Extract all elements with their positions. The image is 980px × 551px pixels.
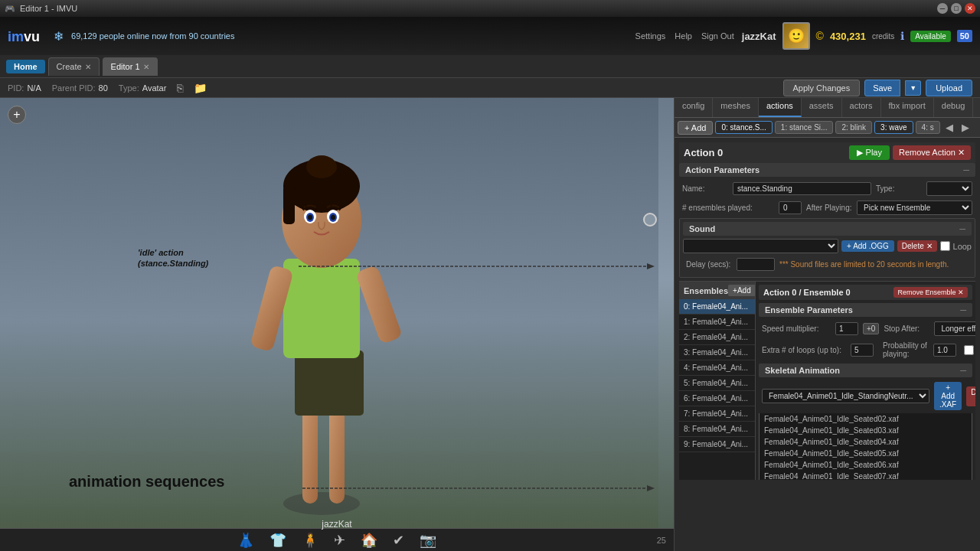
action-tab-1[interactable]: 1: stance Si... [775, 121, 834, 134]
signout-link[interactable]: Sign Out [701, 31, 734, 41]
sound-collapse[interactable]: ─ [959, 224, 965, 233]
action-tab-0[interactable]: 0: stance.S... [715, 121, 772, 134]
home-icon[interactable]: 🏠 [361, 532, 377, 549]
pose-icon[interactable]: ✈ [334, 532, 345, 549]
avatar-scene [0, 98, 658, 542]
apply-changes-button[interactable]: Apply Changes [783, 80, 861, 96]
action-prev-button[interactable]: ◀ [942, 120, 956, 135]
ensemble-item[interactable]: 5: Female04_Ani... [679, 376, 755, 391]
loop-checkbox[interactable] [940, 241, 950, 251]
dropdown-item[interactable]: Female04_Anime01_Idle_Seated03.xaf [760, 425, 972, 436]
delete-xaf-button[interactable]: Delete ✕ [966, 386, 975, 406]
dropdown-item[interactable]: Female04_Anime01_Idle_Seated05.xaf [760, 448, 972, 459]
info-bar: PID: N/A Parent PID: 80 Type: Avatar ⎘ 📁… [0, 78, 980, 98]
ensemble-item[interactable]: 7: Female04_Ani... [679, 406, 755, 422]
remove-action-button[interactable]: Remove Action ✕ [893, 145, 971, 160]
action-tab-2[interactable]: 2: blink [835, 121, 872, 134]
editor-tab[interactable]: Editor 1 ✕ [103, 57, 158, 76]
tab-meshes[interactable]: meshes [713, 98, 759, 117]
ensemble-collapse[interactable]: ─ [960, 305, 966, 315]
shirt-icon[interactable]: 👕 [270, 532, 286, 549]
settings-link[interactable]: Settings [635, 31, 666, 41]
tab-assets[interactable]: assets [802, 98, 842, 117]
speed-minus-button[interactable]: +0 [863, 323, 879, 334]
loop-check[interactable]: Loop [940, 241, 972, 251]
dropdown-item[interactable]: Female04_Anime01_Idle_Seated02.xaf [760, 413, 972, 425]
sound-select[interactable] [683, 239, 838, 253]
add-ensemble-button[interactable]: +Add [728, 285, 756, 296]
delay-label: Delay (secs): [686, 260, 732, 269]
speed-input[interactable] [835, 322, 858, 335]
create-tab-close[interactable]: ✕ [85, 63, 91, 71]
tab-fbximport[interactable]: fbx import [881, 98, 934, 117]
dropdown-item[interactable]: Female04_Anime01_Idle_Seated07.xaf [760, 471, 972, 480]
upload-button[interactable]: Upload [926, 80, 972, 96]
save-dropdown-button[interactable]: ▼ [905, 80, 921, 96]
delay-input[interactable] [737, 258, 775, 271]
ensemble-item[interactable]: 1: Female04_Ani... [679, 315, 755, 330]
folder-icon[interactable]: 📁 [194, 82, 207, 94]
action-params-collapse[interactable]: ─ [963, 165, 969, 174]
figure-icon[interactable]: 🧍 [302, 532, 318, 549]
add-button-float[interactable]: + [8, 106, 26, 124]
loops-input[interactable] [851, 344, 874, 357]
ensemble-item[interactable]: 9: Female04_Ani... [679, 437, 755, 452]
help-link[interactable]: Help [675, 31, 692, 41]
camera-icon[interactable]: 📷 [420, 532, 436, 549]
loops-row: Extra # of loops (up to): Probability of… [759, 339, 972, 360]
type-select[interactable] [926, 181, 972, 196]
credits-info-icon[interactable]: ℹ [900, 30, 904, 42]
dropdown-item[interactable]: Female04_Anime01_Idle_Seated06.xaf [760, 459, 972, 471]
dropdown-item[interactable]: Female04_Anime01_Idle_Seated04.xaf [760, 436, 972, 448]
home-tab[interactable]: Home [6, 60, 45, 73]
prob-label: Probability of playing: [883, 341, 929, 358]
ensemble-item[interactable]: 4: Female04_Ani... [679, 360, 755, 376]
action-tab-4[interactable]: 4: s [916, 121, 940, 134]
close-button[interactable]: ✕ [965, 3, 975, 14]
tab-debug[interactable]: debug [934, 98, 974, 117]
ensemble-item[interactable]: 2: Female04_Ani... [679, 330, 755, 345]
add-ogg-button[interactable]: + Add .OGG [841, 240, 894, 252]
save-button[interactable]: Save [864, 80, 900, 96]
title-area: 🎮 Editor 1 - IMVU [5, 4, 77, 14]
create-tab[interactable]: Create ✕ [48, 57, 100, 76]
delay-row: Delay (secs): *** Sound files are limite… [683, 256, 972, 272]
viewport-target [643, 213, 657, 227]
remove-ensemble-button[interactable]: Remove Ensemble ✕ [893, 287, 968, 298]
ensemble-item[interactable]: 0: Female04_Ani... [679, 299, 755, 315]
skeletal-dropdown[interactable]: Female04_Anime01_Idle_Seated02.xafFemale… [759, 413, 972, 480]
editor-tab-close[interactable]: ✕ [143, 63, 149, 71]
ensemble-item[interactable]: 8: Female04_Ani... [679, 422, 755, 437]
skeletal-collapse[interactable]: ─ [960, 366, 966, 375]
clothing-icon[interactable]: 👗 [237, 532, 254, 549]
add-action-button[interactable]: + Add [678, 121, 713, 135]
gaze-checkbox[interactable] [964, 345, 974, 355]
ensemble-item[interactable]: 3: Female04_Ani... [679, 345, 755, 360]
check-icon[interactable]: ✔ [393, 532, 404, 549]
tab-actors[interactable]: actors [842, 98, 881, 117]
gaze-check[interactable]: Disable Gaze [964, 341, 975, 359]
copy-icon[interactable]: ⎘ [177, 82, 183, 94]
skeletal-select[interactable]: Female04_Anime01_Idle_StandingNeutr... [762, 389, 929, 403]
panel-content: Action 0 ▶ Play Remove Action ✕ Action P… [675, 138, 980, 551]
window-controls: ─ □ ✕ [937, 3, 975, 14]
delete-sound-button[interactable]: Delete ✕ [897, 240, 937, 252]
maximize-button[interactable]: □ [951, 3, 962, 14]
play-button[interactable]: ▶ Play [849, 145, 889, 160]
tab-actions[interactable]: actions [759, 98, 802, 117]
stop-after-select[interactable]: Longer effect ends [934, 321, 975, 336]
action-tab-3[interactable]: 3: wave [874, 121, 913, 134]
minimize-button[interactable]: ─ [937, 3, 948, 14]
ensembles-input[interactable] [779, 201, 802, 214]
sound-label: Sound [689, 224, 715, 233]
probability-input[interactable] [933, 344, 956, 357]
action-title-bar: Action 0 ▶ Play Remove Action ✕ [679, 142, 975, 163]
action-next-button[interactable]: ▶ [959, 120, 972, 135]
ensemble-item[interactable]: 6: Female04_Ani... [679, 391, 755, 406]
app-icon: 🎮 [5, 4, 15, 14]
tab-config[interactable]: config [675, 98, 713, 117]
add-xaf-button[interactable]: + Add .XAF [934, 382, 962, 410]
ensembles-row: # ensembles played: After Playing: Pick … [679, 199, 975, 217]
after-playing-select[interactable]: Pick new Ensemble [857, 201, 972, 215]
name-input[interactable] [733, 182, 871, 195]
